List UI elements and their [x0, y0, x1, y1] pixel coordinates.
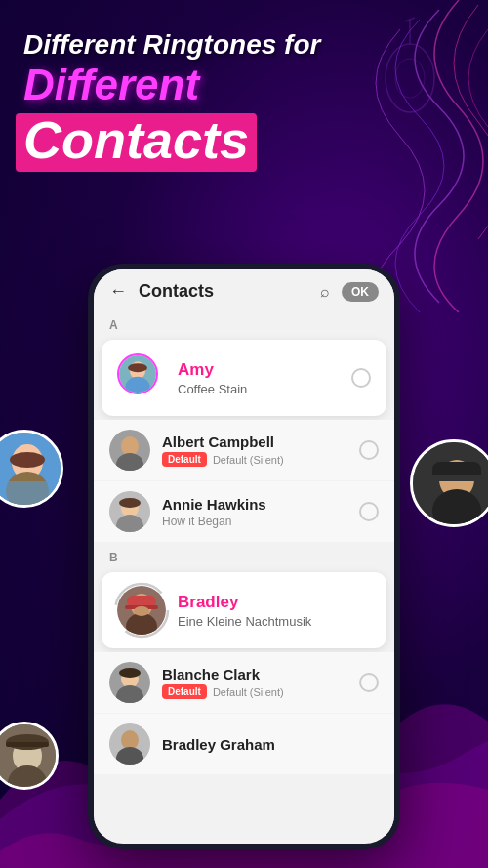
albert-badge-text: Default (Silent): [213, 454, 284, 466]
contact-annie[interactable]: Annie Hawkins How it Began: [94, 481, 394, 542]
albert-badge-row: Default Default (Silent): [162, 452, 347, 467]
annie-radio[interactable]: [359, 502, 379, 521]
annie-info: Annie Hawkins How it Began: [162, 496, 347, 528]
bradley-info: Bradley Eine Kleine Nachtmusik: [178, 593, 371, 629]
bradley-avatar-wrapper: [117, 586, 166, 635]
annie-sub: How it Began: [162, 515, 347, 528]
contact-bradley-graham[interactable]: Bradley Graham: [94, 714, 394, 774]
phone-screen: ← Contacts ⌕ OK A: [94, 269, 394, 844]
ok-button[interactable]: OK: [342, 282, 379, 302]
back-button[interactable]: ←: [109, 281, 127, 302]
amy-info: Amy Coffee Stain: [178, 360, 340, 396]
contact-blanche[interactable]: Blanche Clark Default Default (Silent): [94, 652, 394, 713]
amy-name: Amy: [178, 360, 340, 380]
svg-point-40: [119, 668, 141, 678]
contact-bradley[interactable]: Bradley Eine Kleine Nachtmusik: [102, 572, 386, 648]
svg-point-29: [119, 498, 141, 508]
section-label-a: A: [94, 310, 394, 336]
blanche-badge-text: Default (Silent): [213, 686, 284, 698]
hero-line1: Different Ringtones for: [23, 29, 320, 61]
phone-frame: ← Contacts ⌕ OK A: [88, 264, 400, 849]
albert-name: Albert Campbell: [162, 434, 347, 450]
hero-line2: Different: [23, 61, 199, 109]
svg-point-30: [115, 584, 168, 637]
albert-radio[interactable]: [359, 440, 379, 460]
bradley-name: Bradley: [178, 593, 371, 612]
amy-avatar: [117, 353, 158, 394]
annie-avatar: [109, 491, 150, 532]
svg-point-1: [395, 59, 425, 98]
hero-line3-wrap: Contacts: [23, 109, 249, 170]
albert-badge: Default: [162, 452, 207, 467]
svg-rect-13: [427, 475, 486, 481]
albert-avatar: [109, 430, 150, 471]
amy-avatar-wrapper: [117, 353, 166, 402]
search-icon[interactable]: ⌕: [320, 283, 330, 301]
section-label-b: B: [94, 543, 394, 568]
amy-sub: Coffee Stain: [178, 382, 340, 396]
contact-amy[interactable]: Amy Coffee Stain: [102, 340, 386, 416]
bradleyg-info: Bradley Graham: [162, 736, 379, 753]
contact-list: A Amy Coffee Stain: [94, 310, 394, 836]
blanche-info: Blanche Clark Default Default (Silent): [162, 666, 347, 699]
svg-rect-18: [6, 742, 49, 747]
amy-radio[interactable]: [351, 368, 371, 388]
bradley-sub: Eine Kleine Nachtmusik: [178, 614, 371, 629]
svg-point-0: [386, 44, 434, 112]
app-header: ← Contacts ⌕ OK: [94, 269, 394, 310]
floating-avatar-right: [410, 439, 488, 527]
blanche-avatar: [109, 662, 150, 703]
albert-info: Albert Campbell Default Default (Silent): [162, 434, 347, 467]
contacts-title: Contacts: [139, 281, 308, 302]
blanche-badge-row: Default Default (Silent): [162, 684, 347, 699]
annie-name: Annie Hawkins: [162, 496, 347, 513]
hero-text: Different Ringtones for Different Contac…: [23, 29, 320, 170]
blanche-name: Blanche Clark: [162, 666, 347, 682]
blanche-radio[interactable]: [359, 673, 379, 692]
bradleyg-avatar: [109, 723, 150, 765]
bradleyg-name: Bradley Graham: [162, 736, 379, 753]
blanche-badge: Default: [162, 684, 207, 699]
contact-albert[interactable]: Albert Campbell Default Default (Silent): [94, 420, 394, 480]
svg-point-8: [10, 452, 45, 468]
svg-point-22: [128, 363, 147, 372]
hero-line3: Contacts: [23, 109, 249, 170]
